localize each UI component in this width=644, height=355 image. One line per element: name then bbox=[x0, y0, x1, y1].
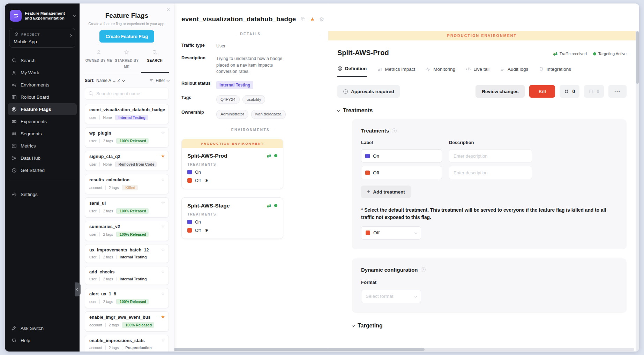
format-select[interactable]: Select format bbox=[361, 290, 421, 303]
sidebar-item-get-started[interactable]: Get Started bbox=[8, 164, 77, 176]
tab-metrics-impact[interactable]: Metrics impact bbox=[377, 66, 415, 77]
flag-list-item[interactable]: event_visualization_datahub_badge userNo… bbox=[85, 104, 169, 124]
sidebar-item-rollout-board[interactable]: Rollout Board bbox=[8, 91, 77, 103]
add-treatment-button[interactable]: Add treatment bbox=[361, 186, 411, 198]
flag-list-item[interactable]: enable_imgr_aws_event_bus account2 tags1… bbox=[85, 311, 169, 332]
star-icon[interactable] bbox=[161, 291, 165, 296]
sidebar-item-help[interactable]: Help bbox=[8, 334, 77, 346]
tab-starred-by-me[interactable]: STARRED BY ME bbox=[113, 48, 141, 73]
star-icon[interactable] bbox=[161, 247, 165, 252]
star-icon[interactable] bbox=[161, 107, 165, 112]
panel-collapse-handle[interactable] bbox=[75, 282, 81, 296]
flag-list-item[interactable]: alert_ux_1_8 user2 tags100% Released bbox=[85, 288, 169, 308]
tab-owned-by-me[interactable]: OWNED BY ME bbox=[85, 48, 113, 73]
app-logo[interactable]: Feature Management and Experimentation bbox=[5, 3, 80, 26]
tab-definition[interactable]: Definition bbox=[337, 66, 367, 77]
tab-monitoring[interactable]: Monitoring bbox=[426, 66, 455, 77]
sidebar-item-experiments[interactable]: Experiments bbox=[8, 115, 77, 127]
sidebar-settings-section: Settings bbox=[5, 185, 80, 201]
tab-integrations[interactable]: Integrations bbox=[539, 66, 571, 77]
production-environment-banner: PRODUCTION ENVIRONMENT bbox=[328, 31, 636, 40]
star-icon[interactable] bbox=[161, 224, 165, 229]
star-icon[interactable] bbox=[161, 314, 165, 319]
integrations-icon bbox=[539, 67, 544, 72]
filter-dropdown[interactable]: Filter bbox=[148, 78, 169, 83]
flag-search-input[interactable] bbox=[85, 88, 169, 100]
treatment-label-field-on[interactable]: On bbox=[361, 149, 442, 163]
tab-search[interactable]: SEARCH bbox=[141, 48, 169, 73]
star-icon[interactable] bbox=[161, 338, 165, 343]
flags-panel-title: Feature Flags bbox=[85, 12, 169, 20]
sidebar-item-search[interactable]: Search bbox=[8, 54, 77, 66]
schedule-count-button[interactable]: 0 bbox=[584, 85, 604, 98]
approvals-required-button[interactable]: Approvals required bbox=[337, 85, 400, 98]
star-icon[interactable] bbox=[161, 269, 165, 274]
targeting-section-header[interactable]: Targeting bbox=[352, 323, 627, 329]
chevron-down-icon bbox=[166, 79, 169, 82]
gear-icon[interactable] bbox=[319, 16, 324, 22]
treatment-label: Off bbox=[195, 228, 201, 233]
default-treatment-icon bbox=[204, 178, 208, 183]
chevron-down-icon bbox=[122, 79, 125, 82]
tag-pill[interactable]: usability bbox=[242, 95, 265, 104]
sidebar-item-label: My Work bbox=[21, 70, 39, 75]
star-icon[interactable] bbox=[161, 200, 165, 205]
sidebar-item-metrics[interactable]: Metrics bbox=[8, 140, 77, 152]
owner-pill[interactable]: Administrator bbox=[216, 110, 248, 119]
metrics-icon bbox=[11, 143, 17, 149]
info-icon[interactable] bbox=[421, 267, 426, 272]
gear-icon bbox=[11, 191, 17, 197]
flag-list-item[interactable]: wp_plugin user2 tags100% Released bbox=[85, 127, 169, 148]
environment-card-prod[interactable]: PRODUCTION ENVIRONMENT Split-AWS-Prod TR… bbox=[181, 139, 283, 189]
info-icon[interactable] bbox=[392, 128, 397, 133]
tab-live-tail[interactable]: Live tail bbox=[466, 66, 489, 77]
flag-list-item[interactable]: enable_impressions_stats account2 tagsPr… bbox=[85, 335, 169, 352]
sidebar-item-data-hub[interactable]: Data Hub bbox=[8, 152, 77, 164]
sidebar-item-settings[interactable]: Settings bbox=[8, 188, 77, 200]
flag-status-badge: Pre-production bbox=[122, 346, 151, 350]
vertical-scrollbar[interactable] bbox=[636, 31, 639, 352]
flag-list-item[interactable]: signup_cta_q2 userNoneRemoved from Code bbox=[85, 151, 169, 171]
owner-pill[interactable]: ivan.delagarza bbox=[251, 110, 286, 119]
star-icon[interactable] bbox=[161, 153, 165, 159]
review-changes-button[interactable]: Review changes bbox=[475, 85, 525, 98]
star-icon[interactable] bbox=[161, 177, 165, 182]
filter-icon bbox=[148, 78, 154, 83]
flag-list-item[interactable]: add_checks user2 tagsInternal Testing bbox=[85, 266, 169, 285]
sidebar-item-feature-flags[interactable]: Feature Flags bbox=[8, 103, 77, 115]
traffic-arrows-icon bbox=[267, 153, 271, 159]
project-name: Mobile App bbox=[14, 39, 71, 44]
kill-button[interactable]: Kill bbox=[529, 85, 555, 98]
sidebar-item-environments[interactable]: Environments bbox=[8, 79, 77, 91]
environment-card-stage[interactable]: Split-AWS-Stage TREATMENTS On Off bbox=[181, 197, 283, 239]
sidebar-item-ask-switch[interactable]: Ask Switch bbox=[8, 322, 77, 334]
rules-count-button[interactable]: 0 bbox=[560, 85, 579, 98]
treatments-section-header[interactable]: Treatments bbox=[337, 107, 627, 114]
flag-list-item[interactable]: results_calculation account2 tagsKilled bbox=[85, 174, 169, 194]
sidebar-item-segments[interactable]: Segments bbox=[8, 128, 77, 139]
flag-list-item[interactable]: ux_improvements_batch_12 user2 tagsInter… bbox=[85, 244, 169, 263]
dynamic-configuration-card: Dynamic configuration Format Select form… bbox=[352, 258, 627, 313]
create-feature-flag-button[interactable]: Create Feature Flag bbox=[99, 30, 154, 43]
scrollbar-thumb[interactable] bbox=[636, 31, 639, 84]
sort-dropdown[interactable]: Name A → Z bbox=[96, 78, 124, 83]
treatment-description-input[interactable] bbox=[449, 149, 532, 163]
close-icon[interactable] bbox=[167, 7, 170, 13]
flag-status-badge: Internal Testing bbox=[115, 115, 148, 120]
tab-audit-logs[interactable]: Audit logs bbox=[500, 66, 528, 77]
sidebar-item-label: Environments bbox=[21, 82, 50, 88]
flag-list-item[interactable]: saml_ui user2 tags100% Released bbox=[85, 197, 169, 218]
treatment-label-field-off[interactable]: Off bbox=[361, 166, 442, 179]
tag-pill[interactable]: Q4FY24 bbox=[216, 95, 240, 104]
project-switcher[interactable]: PROJECT Mobile App bbox=[9, 28, 75, 48]
default-treatment-select[interactable]: Off bbox=[361, 226, 421, 240]
more-actions-button[interactable]: ... bbox=[608, 85, 627, 98]
star-icon[interactable] bbox=[161, 130, 165, 135]
sidebar-item-my-work[interactable]: My Work bbox=[8, 67, 77, 78]
copy-icon[interactable] bbox=[300, 16, 306, 22]
flag-tags-count: 2 tags bbox=[105, 323, 119, 327]
star-icon[interactable] bbox=[310, 16, 315, 22]
flag-list-item[interactable]: summaries_v2 user2 tags100% Released bbox=[85, 221, 169, 241]
feature-flags-list-panel: Feature Flags Create a feature flag or e… bbox=[80, 3, 174, 352]
treatment-description-input[interactable] bbox=[449, 166, 532, 179]
